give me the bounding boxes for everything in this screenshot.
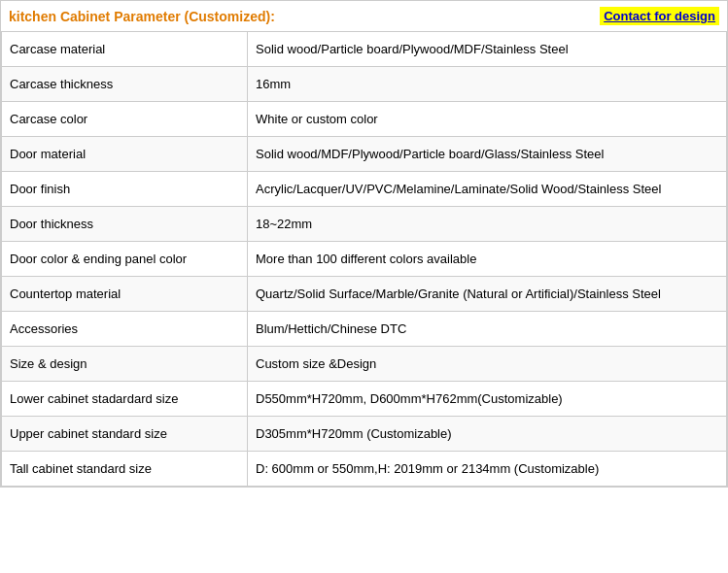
- page-title: kitchen Cabinet Parameter (Customized):: [9, 9, 275, 24]
- row-value: D: 600mm or 550mm,H: 2019mm or 2134mm (C…: [248, 452, 727, 487]
- row-label: Countertop material: [2, 277, 248, 312]
- contact-link[interactable]: Contact for design: [600, 7, 719, 25]
- table-row: Carcase thickness16mm: [2, 67, 727, 102]
- row-label: Carcase color: [2, 102, 248, 137]
- row-value: Solid wood/Particle board/Plywood/MDF/St…: [248, 32, 727, 67]
- table-row: Lower cabinet stadardard sizeD550mm*H720…: [2, 382, 727, 417]
- row-value: Quartz/Solid Surface/Marble/Granite (Nat…: [248, 277, 727, 312]
- row-label: Size & design: [2, 347, 248, 382]
- row-value: D550mm*H720mm, D600mm*H762mm(Customizabl…: [248, 382, 727, 417]
- table-row: Door thickness18~22mm: [2, 207, 727, 242]
- row-label: Accessories: [2, 312, 248, 347]
- row-label: Carcase thickness: [2, 67, 248, 102]
- row-value: Custom size &Design: [248, 347, 727, 382]
- parameters-table: Carcase materialSolid wood/Particle boar…: [1, 32, 727, 487]
- row-label: Lower cabinet stadardard size: [2, 382, 248, 417]
- table-row: Tall cabinet standard sizeD: 600mm or 55…: [2, 452, 727, 487]
- row-value: Blum/Hettich/Chinese DTC: [248, 312, 727, 347]
- page-header: kitchen Cabinet Parameter (Customized): …: [1, 1, 727, 32]
- table-row: Carcase colorWhite or custom color: [2, 102, 727, 137]
- row-label: Door material: [2, 137, 248, 172]
- row-label: Door finish: [2, 172, 248, 207]
- row-label: Door color & ending panel color: [2, 242, 248, 277]
- row-value: D305mm*H720mm (Customizable): [248, 417, 727, 452]
- table-row: Countertop materialQuartz/Solid Surface/…: [2, 277, 727, 312]
- table-row: Size & designCustom size &Design: [2, 347, 727, 382]
- row-value: Solid wood/MDF/Plywood/Particle board/Gl…: [248, 137, 727, 172]
- table-row: Door color & ending panel colorMore than…: [2, 242, 727, 277]
- table-row: Upper cabinet standard sizeD305mm*H720mm…: [2, 417, 727, 452]
- table-row: Door materialSolid wood/MDF/Plywood/Part…: [2, 137, 727, 172]
- row-value: White or custom color: [248, 102, 727, 137]
- row-label: Door thickness: [2, 207, 248, 242]
- row-value: Acrylic/Lacquer/UV/PVC/Melamine/Laminate…: [248, 172, 727, 207]
- row-label: Tall cabinet standard size: [2, 452, 248, 487]
- table-row: Carcase materialSolid wood/Particle boar…: [2, 32, 727, 67]
- row-label: Upper cabinet standard size: [2, 417, 248, 452]
- row-value: More than 100 different colors available: [248, 242, 727, 277]
- table-row: Door finishAcrylic/Lacquer/UV/PVC/Melami…: [2, 172, 727, 207]
- row-value: 18~22mm: [248, 207, 727, 242]
- row-value: 16mm: [248, 67, 727, 102]
- row-label: Carcase material: [2, 32, 248, 67]
- page-wrapper: kitchen Cabinet Parameter (Customized): …: [0, 0, 728, 488]
- table-row: AccessoriesBlum/Hettich/Chinese DTC: [2, 312, 727, 347]
